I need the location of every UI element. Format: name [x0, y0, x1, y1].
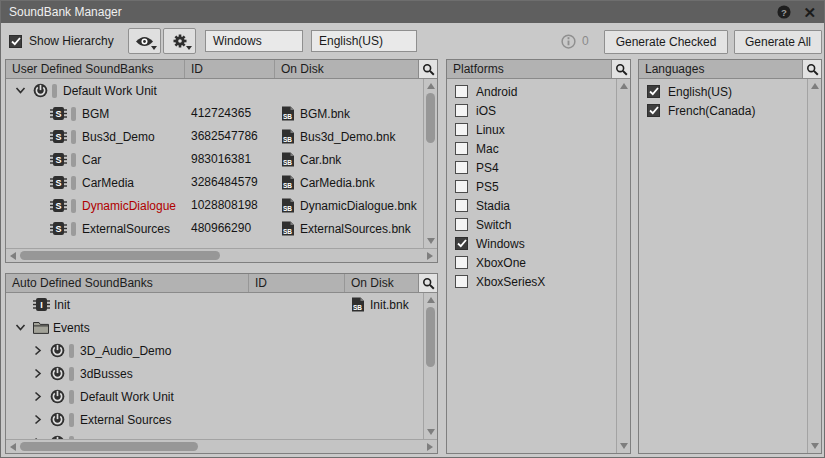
chevron-down-icon[interactable]: [14, 84, 33, 97]
chevron-down-icon[interactable]: [14, 321, 33, 334]
column-separator[interactable]: [184, 60, 185, 78]
soundbank-row[interactable]: 3dBusses: [6, 362, 423, 385]
scroll-up-button[interactable]: [424, 293, 437, 307]
soundbank-row[interactable]: [6, 431, 423, 439]
id-column-header[interactable]: ID: [191, 62, 203, 76]
chevron-right-icon[interactable]: [31, 413, 50, 426]
platform-item[interactable]: Android: [447, 82, 616, 101]
soundbank-row[interactable]: SExternalSources480966290SBExternalSourc…: [6, 217, 423, 240]
vertical-scrollbar[interactable]: [616, 79, 630, 453]
scroll-right-button[interactable]: [423, 440, 437, 453]
scroll-up-button[interactable]: [424, 79, 437, 93]
platform-item[interactable]: Linux: [447, 120, 616, 139]
language-checkbox[interactable]: [647, 104, 660, 117]
search-button[interactable]: [802, 60, 821, 78]
scroll-left-button[interactable]: [6, 440, 20, 453]
column-separator[interactable]: [344, 274, 345, 292]
soundbank-row[interactable]: SCarMedia3286484579SBCarMedia.bnk: [6, 171, 423, 194]
platform-item[interactable]: Windows: [447, 234, 616, 253]
platform-checkbox[interactable]: [455, 275, 468, 288]
scroll-thumb[interactable]: [20, 251, 220, 260]
platform-checkbox[interactable]: [455, 237, 468, 250]
horizontal-scrollbar[interactable]: [6, 248, 437, 262]
platform-item[interactable]: PS5: [447, 177, 616, 196]
scroll-thumb[interactable]: [426, 93, 435, 143]
vertical-scrollbar[interactable]: [423, 79, 437, 248]
soundbank-row[interactable]: SCar983016381SBCar.bnk: [6, 148, 423, 171]
svg-text:SB: SB: [283, 182, 292, 189]
scroll-down-button[interactable]: [424, 425, 437, 439]
scroll-up-button[interactable]: [617, 79, 630, 93]
id-column-header[interactable]: ID: [255, 276, 267, 290]
scroll-track[interactable]: [424, 93, 437, 234]
soundbank-row[interactable]: External Sources: [6, 408, 423, 431]
platform-checkbox[interactable]: [455, 199, 468, 212]
language-item[interactable]: French(Canada): [639, 101, 807, 120]
scroll-right-button[interactable]: [423, 249, 437, 262]
scroll-thumb[interactable]: [20, 442, 198, 451]
language-checkbox[interactable]: [647, 85, 660, 98]
platform-item[interactable]: XboxSeriesX: [447, 272, 616, 291]
chevron-right-icon[interactable]: [31, 344, 50, 357]
horizontal-scrollbar[interactable]: [6, 439, 437, 453]
column-separator[interactable]: [274, 60, 275, 78]
scroll-track[interactable]: [424, 307, 437, 425]
soundbank-row[interactable]: Default Work Unit: [6, 79, 423, 102]
scroll-up-button[interactable]: [808, 79, 821, 93]
scroll-down-button[interactable]: [808, 439, 821, 453]
disk-column-header[interactable]: On Disk: [351, 276, 394, 290]
scroll-track[interactable]: [20, 249, 423, 262]
platform-checkbox[interactable]: [455, 256, 468, 269]
help-button[interactable]: ?: [777, 5, 791, 19]
platform-checkbox[interactable]: [455, 85, 468, 98]
chevron-right-icon[interactable]: [31, 367, 50, 380]
platform-checkbox[interactable]: [455, 142, 468, 155]
soundbank-row[interactable]: Events: [6, 316, 423, 339]
soundbank-row[interactable]: SBGM412724365SBBGM.bnk: [6, 102, 423, 125]
settings-button[interactable]: [163, 28, 196, 54]
platform-item[interactable]: Switch: [447, 215, 616, 234]
platform-selector[interactable]: Windows: [205, 30, 303, 52]
show-hierarchy-toggle[interactable]: Show Hierarchy: [9, 23, 114, 59]
close-button[interactable]: ✕: [803, 5, 816, 20]
platform-item[interactable]: Mac: [447, 139, 616, 158]
scroll-track[interactable]: [808, 93, 821, 439]
view-options-button[interactable]: [128, 28, 161, 54]
search-button[interactable]: [418, 60, 437, 78]
generate-checked-button[interactable]: Generate Checked: [604, 30, 728, 54]
arrow-down-icon: [811, 443, 819, 449]
platform-item[interactable]: iOS: [447, 101, 616, 120]
scroll-down-button[interactable]: [424, 234, 437, 248]
soundbank-row[interactable]: IInitSBInit.bnk: [6, 293, 423, 316]
language-selector[interactable]: English(US): [311, 30, 417, 52]
platform-checkbox[interactable]: [455, 218, 468, 231]
vertical-scrollbar[interactable]: [807, 79, 821, 453]
platform-checkbox[interactable]: [455, 104, 468, 117]
language-item[interactable]: English(US): [639, 82, 807, 101]
platform-checkbox[interactable]: [455, 161, 468, 174]
platform-item[interactable]: Stadia: [447, 196, 616, 215]
scroll-left-button[interactable]: [6, 249, 20, 262]
platform-item[interactable]: PS4: [447, 158, 616, 177]
show-hierarchy-checkbox[interactable]: [9, 35, 22, 48]
search-button[interactable]: [418, 274, 437, 292]
vertical-scrollbar[interactable]: [423, 293, 437, 439]
search-button[interactable]: [611, 60, 630, 78]
soundbank-row[interactable]: SBus3d_Demo3682547786SBBus3d_Demo.bnk: [6, 125, 423, 148]
platform-checkbox[interactable]: [455, 180, 468, 193]
chevron-right-icon[interactable]: [31, 390, 50, 403]
scroll-thumb[interactable]: [426, 307, 435, 367]
scroll-track[interactable]: [617, 93, 630, 439]
scroll-down-button[interactable]: [617, 439, 630, 453]
column-separator[interactable]: [248, 274, 249, 292]
info-icon: [561, 34, 576, 49]
soundbank-row[interactable]: Default Work Unit: [6, 385, 423, 408]
soundbank-row[interactable]: 3D_Audio_Demo: [6, 339, 423, 362]
platform-item[interactable]: XboxOne: [447, 253, 616, 272]
soundbank-row[interactable]: SDynamicDialogue1028808198SBDynamicDialo…: [6, 194, 423, 217]
platform-checkbox[interactable]: [455, 123, 468, 136]
disk-column-header[interactable]: On Disk: [281, 62, 324, 76]
generate-all-button[interactable]: Generate All: [734, 30, 822, 54]
svg-text:SB: SB: [283, 228, 292, 235]
scroll-track[interactable]: [20, 440, 423, 453]
